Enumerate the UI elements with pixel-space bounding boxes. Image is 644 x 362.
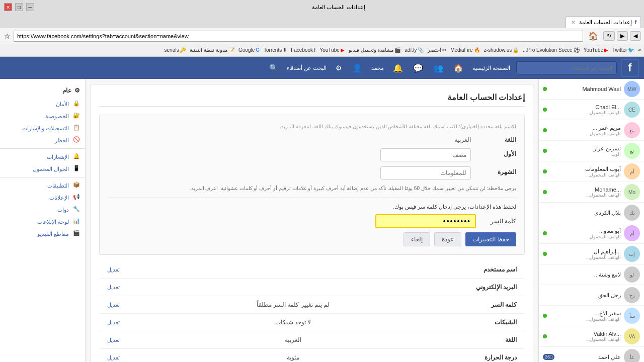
settings-item-muqataat[interactable]: 🎬 مقاطع الفيديو bbox=[0, 228, 85, 240]
first-name-input[interactable] bbox=[380, 148, 471, 161]
bookmarks-chevron[interactable]: » bbox=[638, 47, 641, 53]
settings-item-amanat[interactable]: 🔒 الأمان bbox=[0, 98, 85, 110]
bookmark-google[interactable]: GGoogle bbox=[238, 47, 260, 53]
avatar-abo: أم bbox=[624, 225, 640, 241]
settings-item-lawhat[interactable]: 📊 لوحة الإبلاغات bbox=[0, 216, 85, 228]
settings-item-timeline[interactable]: 📋 التسجيلات والإشارات bbox=[0, 122, 85, 134]
chat-status-abo: الهاتف المحمول... bbox=[550, 234, 621, 239]
close-btn[interactable]: ✕ bbox=[4, 3, 12, 11]
tab-settings[interactable]: f إعدادات الحساب العامة ✕ bbox=[566, 16, 641, 28]
avatar-valdir: VA bbox=[624, 328, 640, 344]
bookmark-video[interactable]: 🎬مشاهدة وتحميل فيديو bbox=[349, 47, 401, 53]
language-edit[interactable]: تعديل bbox=[107, 337, 120, 343]
forward-btn[interactable]: ▶ bbox=[617, 31, 628, 41]
settings-item-tatabikat[interactable]: 📦 التطبيقات bbox=[0, 179, 85, 192]
temperature-row: درجة الحرارة مئوية تعديل bbox=[99, 349, 525, 362]
lock-icon: 🔒 bbox=[72, 100, 80, 108]
fb-settings-icon[interactable]: ⚙ bbox=[333, 63, 345, 73]
main-layout: MW Mahmoud Wael CE ...Chadi El الهاتف ال… bbox=[0, 79, 644, 362]
bookmark-facebook[interactable]: fFacebook bbox=[291, 47, 315, 53]
password-hint: لحفظ هذه الإعدادات، يرجى إدخال كلمة سر ف… bbox=[108, 204, 516, 210]
bookmark-serials[interactable]: 🔑serials bbox=[165, 47, 186, 53]
first-name-label: الأول bbox=[476, 148, 516, 157]
settings-item-hjar[interactable]: 🚫 الحظر bbox=[0, 134, 85, 146]
address-bar[interactable] bbox=[14, 31, 583, 42]
chat-item-rajal[interactable]: رح رجل الحق bbox=[539, 285, 644, 306]
last-name-label: الشهرة bbox=[476, 166, 516, 175]
home-btn[interactable]: 🏠 bbox=[585, 30, 601, 42]
fb-home-link[interactable]: الصفحة الرئيسية bbox=[470, 64, 512, 72]
settings-item-ilant[interactable]: 📢 الإعلانات bbox=[0, 192, 85, 204]
chat-name-ibrahim: ...إبراهيم ال bbox=[550, 248, 621, 255]
bookmark-blog[interactable]: 📝مدونة نقطة التقنية bbox=[190, 47, 234, 53]
password-edit[interactable]: تعديل bbox=[107, 302, 120, 308]
bookmark-twitter[interactable]: 🐦Twitter bbox=[612, 47, 634, 53]
chat-item-nasrin[interactable]: نع نسرين عزاز الوب bbox=[539, 141, 644, 161]
chat-item-valdir[interactable]: VA ...Valdir Alv الهاتف المحمول... bbox=[539, 326, 644, 347]
chat-item-lami[interactable]: لو لامع وشتة... bbox=[539, 264, 644, 285]
chat-name-rajal: رجل الحق bbox=[550, 292, 621, 299]
fb-home-icon[interactable]: 🏠 bbox=[450, 62, 466, 74]
name-warning: يرجى ملاحظة: لن تتمكن من تغيير اسمك خلال… bbox=[108, 185, 516, 192]
networks-edit[interactable]: تعديل bbox=[107, 319, 120, 326]
chat-item-mohame[interactable]: Mo ...Mohame الهاتف المحمول... bbox=[539, 182, 644, 203]
chat-item-abo[interactable]: أم أبو معاو... الهاتف المحمول... bbox=[539, 223, 644, 244]
fb-user-icon[interactable]: 👤 bbox=[349, 62, 365, 74]
tab-close-btn[interactable]: ✕ bbox=[570, 20, 576, 25]
chat-item-bilal[interactable]: بك بلال الكردي bbox=[539, 203, 644, 223]
back-btn-form[interactable]: عودة bbox=[434, 232, 461, 246]
bookmark-ikhtasar[interactable]: ✂اختصر bbox=[428, 47, 446, 53]
avatar-ali: عأ bbox=[624, 349, 640, 362]
bookmark-youtube2[interactable]: ▶YouTube bbox=[319, 47, 344, 53]
chat-item-abub[interactable]: أم أبوب المعلومات الهاتف المحمول... bbox=[539, 161, 644, 182]
chat-item-mahmoud[interactable]: MW Mahmoud Wael bbox=[539, 79, 644, 100]
password-input[interactable] bbox=[375, 214, 476, 228]
chat-item-ali[interactable]: عأ علي احمد □26 bbox=[539, 347, 644, 362]
fb-find-friends-label[interactable]: البحث عن أصدقاء bbox=[285, 64, 329, 72]
settings-main: إعدادات الحساب العامة الاسم بلغة محددة (… bbox=[86, 79, 538, 362]
maximize-btn[interactable]: □ bbox=[15, 3, 23, 11]
username-edit[interactable]: تعديل bbox=[107, 266, 120, 273]
password-value-main: لم يتم تغيير كلمة السر مطلقاً bbox=[125, 301, 461, 308]
minimize-btn[interactable]: ─ bbox=[26, 3, 34, 11]
settings-item-dawat[interactable]: 🔧 دوات bbox=[0, 204, 85, 216]
fb-logo: f bbox=[621, 59, 639, 77]
settings-item-khosusiya[interactable]: 🔐 الخصوصية bbox=[0, 110, 85, 122]
block-icon: 🚫 bbox=[72, 136, 80, 144]
chat-item-safir[interactable]: سأ سفير الأخ... الهاتف المحمول... bbox=[539, 306, 644, 326]
fb-user-label[interactable]: محمد bbox=[369, 64, 386, 72]
avatar-mahmoud: MW bbox=[624, 81, 640, 97]
chat-item-chadi[interactable]: CE ...Chadi El الهاتف المحمول... bbox=[539, 100, 644, 120]
bookmark-pes[interactable]: ⚽Pro Evolution Socce... bbox=[523, 47, 579, 53]
last-name-input[interactable] bbox=[380, 166, 471, 179]
fb-friends-icon[interactable]: 👥 bbox=[430, 62, 446, 74]
bookmark-zshadow[interactable]: 🔒z-shadow.us bbox=[484, 47, 519, 53]
settings-item-mobile[interactable]: 📱 الجوال المحمول bbox=[0, 163, 85, 175]
password-section: لحفظ هذه الإعدادات، يرجى إدخال كلمة سر ف… bbox=[108, 197, 516, 246]
fb-notifications-icon[interactable]: 🔔 bbox=[390, 62, 406, 74]
nav-bar: ◀ ▶ ↻ 🏠 ☆ bbox=[0, 28, 644, 44]
bookmark-mediafire[interactable]: 🔥MediaFire bbox=[450, 47, 479, 53]
bookmark-star[interactable]: ☆ bbox=[3, 31, 12, 41]
bookmark-youtube[interactable]: ▶YouTube bbox=[584, 47, 608, 53]
temperature-edit[interactable]: تعديل bbox=[107, 354, 120, 361]
email-edit[interactable]: تعديل bbox=[107, 284, 120, 291]
fb-search-input[interactable] bbox=[516, 61, 617, 74]
bookmark-adfly[interactable]: 📎adf.ly bbox=[405, 47, 424, 53]
apps-icon: 📦 bbox=[72, 182, 80, 190]
save-changes-btn[interactable]: حفظ التغييرات bbox=[465, 232, 516, 246]
email-row: البريد الإلكتروني تعديل bbox=[99, 279, 525, 296]
refresh-btn[interactable]: ↻ bbox=[603, 31, 615, 41]
settings-item-isharat[interactable]: 🔔 الإشعارات bbox=[0, 151, 85, 163]
online-indicator-abub bbox=[543, 169, 547, 173]
dashboard-icon: 📊 bbox=[72, 218, 80, 226]
avatar-mariam: مع bbox=[624, 122, 640, 138]
cancel-btn[interactable]: إلغاء bbox=[404, 232, 430, 246]
fb-search-icon[interactable]: 🔍 bbox=[266, 63, 281, 73]
fb-messages-icon[interactable]: 💬 bbox=[410, 62, 426, 74]
back-btn[interactable]: ◀ bbox=[630, 31, 641, 41]
chat-item-mariam[interactable]: مع مريم عمر ... الهاتف المحمول... bbox=[539, 120, 644, 141]
chat-item-ibrahim[interactable]: إب ...إبراهيم ال الهاتف المحمول... bbox=[539, 244, 644, 264]
bookmark-torrents[interactable]: ⬇Torrents bbox=[264, 47, 287, 53]
password-row: كلمة السر bbox=[108, 214, 516, 228]
